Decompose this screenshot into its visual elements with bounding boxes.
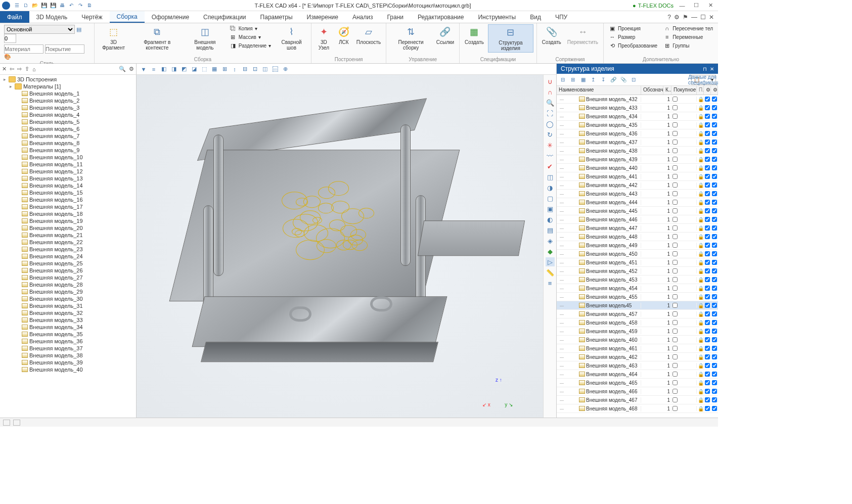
vtb-i9-icon[interactable]: ⊟ [241, 65, 249, 73]
btn-product-structure[interactable]: ⊟Структура изделия [488, 24, 533, 53]
tree-node[interactable]: Внешняя модель_1 [1, 90, 135, 97]
vtb-i4-icon[interactable]: ◪ [190, 65, 198, 73]
tree-node[interactable]: Внешняя модель_39 [1, 359, 135, 366]
minimize-button[interactable]: — [677, 3, 688, 9]
qat-saveall-icon[interactable]: 💾 [50, 2, 57, 9]
st-i3-icon[interactable]: ▦ [579, 76, 587, 84]
menu-tab-1[interactable]: Чертёж [74, 11, 109, 23]
tree-node[interactable]: Внешняя модель_13 [1, 175, 135, 182]
tree-node[interactable]: Внешняя модель_11 [1, 161, 135, 168]
st-i4-icon[interactable]: ↥ [589, 76, 597, 84]
rtb-persp-icon[interactable]: ◈ [546, 236, 555, 245]
style-main-select[interactable]: Основной [4, 25, 75, 34]
tree-node[interactable]: Внешняя модель_7 [1, 132, 135, 140]
structure-row[interactable]: —Внешняя модель_4391🔒 [557, 155, 718, 164]
structure-row[interactable]: —Внешняя модель_4441🔒 [557, 198, 718, 207]
btn-external-model[interactable]: ◫Внешняя модель [185, 24, 226, 52]
structure-row[interactable]: —Внешняя модель_4431🔒 [557, 190, 718, 198]
tree-node[interactable]: Внешняя модель_33 [1, 316, 135, 324]
model-tree[interactable]: ▸3D Построения▸Материалы [1]Внешняя моде… [0, 75, 136, 418]
structure-row[interactable]: —Внешняя модель_4551🔒 [557, 293, 718, 301]
rtb-magnet-icon[interactable]: ∪ [546, 77, 555, 86]
tree-node[interactable]: Внешняя модель_16 [1, 196, 135, 203]
structure-mode-select[interactable]: 📋 Данные для спецификации ▾ [691, 75, 716, 85]
rtb-zoomin-icon[interactable]: 🔍 [546, 98, 555, 107]
vtb-i11-icon[interactable]: ◫ [261, 65, 269, 73]
vtb-adj-icon[interactable]: ≡ [150, 65, 158, 73]
close-button[interactable]: ✕ [705, 2, 716, 9]
structure-row[interactable]: —Внешняя модель_4641🔒 [557, 370, 718, 379]
col-chk1[interactable]: ⚙ [704, 86, 711, 95]
tree-node[interactable]: Внешняя модель_27 [1, 274, 135, 281]
vtb-i7-icon[interactable]: ⊞ [220, 65, 229, 73]
mdi-max-icon[interactable]: ☐ [700, 14, 706, 21]
btn-size[interactable]: ↔Размер [607, 33, 659, 41]
btn-3d-fragment[interactable]: ⬚3D Фрагмент [98, 24, 130, 52]
qat-save-icon[interactable]: 💾 [40, 2, 48, 9]
structure-row[interactable]: —Внешняя модель_4521🔒 [557, 267, 718, 276]
btn-projection[interactable]: ▣Проекция [607, 24, 659, 32]
structure-row[interactable]: —Внешняя модель_4511🔒 [557, 258, 718, 267]
structure-rows[interactable]: —Внешняя модель_4321🔒—Внешняя модель_433… [557, 95, 718, 418]
structure-row[interactable]: —Внешняя модель_4681🔒 [557, 404, 718, 413]
tree-node[interactable]: Внешняя модель_21 [1, 232, 135, 239]
structure-row[interactable]: —Внешняя модель_4531🔒 [557, 276, 718, 284]
menu-tab-6[interactable]: Измерение [300, 11, 345, 23]
file-menu[interactable]: Файл [0, 11, 29, 23]
tree-back-icon[interactable]: ⇦ [10, 66, 14, 72]
tree-node[interactable]: Внешняя модель_31 [1, 302, 135, 309]
tree-node[interactable]: Внешняя модель_8 [1, 140, 135, 147]
qat-undo-icon[interactable]: ↶ [68, 2, 75, 9]
structure-row[interactable]: —Внешняя модель_4651🔒 [557, 379, 718, 387]
tree-node[interactable]: Внешняя модель_19 [1, 217, 135, 224]
structure-row[interactable]: —Внешняя модель_4461🔒 [557, 215, 718, 224]
structure-row[interactable]: —Внешняя модель_4421🔒 [557, 181, 718, 190]
st-i1-icon[interactable]: ⊟ [559, 76, 567, 84]
tree-node[interactable]: Внешняя модель_14 [1, 182, 135, 189]
rtb-shade-icon[interactable]: ◐ [546, 215, 555, 224]
vtb-i2-icon[interactable]: ◨ [170, 65, 178, 73]
qat-open-icon[interactable]: 📂 [31, 2, 38, 9]
tree-search-icon[interactable]: 🔍 [119, 66, 126, 72]
flag-icon[interactable]: ⚑ [683, 14, 688, 21]
tree-node[interactable]: Внешняя модель_12 [1, 168, 135, 175]
rtb-cam-icon[interactable]: ▷ [546, 257, 555, 266]
rtb-cube-icon[interactable]: ◫ [546, 172, 555, 181]
structure-row[interactable]: —Внешняя модель_4381🔒 [557, 147, 718, 155]
tree-node[interactable]: Внешняя модель_9 [1, 147, 135, 154]
structure-row[interactable]: —Внешняя модель_4611🔒 [557, 344, 718, 353]
col-code[interactable]: Обознач... [641, 86, 663, 95]
menu-tab-8[interactable]: Грани [380, 11, 411, 23]
tree-node[interactable]: Внешняя модель_3 [1, 104, 135, 111]
status-btn1[interactable] [3, 420, 10, 426]
qat-new-icon[interactable]: 🗋 [22, 2, 29, 9]
tree-node[interactable]: Внешняя модель_23 [1, 246, 135, 253]
btn-split[interactable]: ◨Разделение ▾ [228, 41, 273, 50]
menu-tab-10[interactable]: Инструменты [471, 11, 523, 23]
structure-row[interactable]: —Внешняя модель451🔒 [557, 301, 718, 310]
tree-node[interactable]: Внешняя модель_38 [1, 352, 135, 359]
btn-weld[interactable]: ⌇Сварной шов [275, 24, 308, 52]
menu-tab-2[interactable]: Сборка [110, 11, 145, 23]
vtb-i5-icon[interactable]: ⬚ [200, 65, 208, 73]
layers-icon[interactable]: ▤ [76, 26, 81, 32]
tree-node[interactable]: Внешняя модель_25 [1, 260, 135, 267]
rtb-magnet2-icon[interactable]: ∩ [546, 87, 555, 97]
structure-row[interactable]: —Внешняя модель_4501🔒 [557, 250, 718, 258]
tflex-docs-link[interactable]: T-FLEX DOCs [633, 3, 674, 9]
rtb-scale-icon[interactable]: 📏 [546, 268, 555, 277]
tree-node[interactable]: Внешняя модель_22 [1, 239, 135, 246]
tree-node[interactable]: Внешняя модель_10 [1, 154, 135, 161]
structure-row[interactable]: —Внешняя модель_4571🔒 [557, 310, 718, 318]
btn-move-assembly[interactable]: ⇅Перенести сборку [389, 24, 432, 52]
col-name[interactable]: Наименование [557, 86, 641, 95]
vtb-i12-icon[interactable]: ⿳ [271, 65, 279, 73]
rtb-line-icon[interactable]: 〰 [546, 151, 555, 160]
vtb-i3-icon[interactable]: ◩ [180, 65, 188, 73]
structure-row[interactable]: —Внешняя модель_4661🔒 [557, 387, 718, 396]
tree-node[interactable]: Внешняя модель_28 [1, 281, 135, 288]
structure-row[interactable]: —Внешняя модель_4581🔒 [557, 318, 718, 327]
rtb-check-icon[interactable]: ✔ [546, 162, 555, 171]
vtb-i6-icon[interactable]: ▦ [210, 65, 218, 73]
menu-tab-5[interactable]: Параметры [253, 11, 300, 23]
